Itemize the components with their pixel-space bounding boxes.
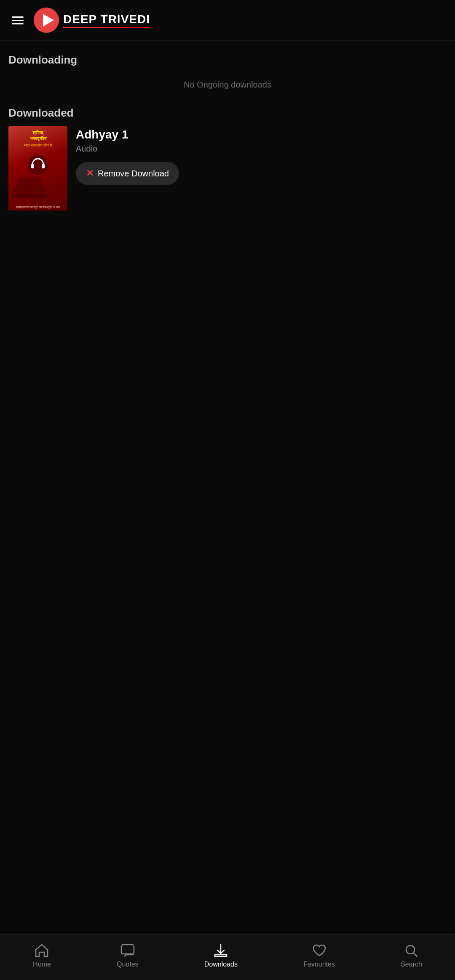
book-description: श्रीमद्भगवद्गीता का संपूर्ण पाठ हिंदी अन… (9, 206, 67, 209)
no-ongoing-text: No Ongoing downloads (8, 73, 447, 102)
book-hindi-subtitle: संपूर्ण भगवद्गीता हिंदी में (24, 144, 52, 148)
logo-underline (63, 27, 150, 28)
downloaded-section: Downloaded श्रीमद्भगवद्गीता संपूर्ण भगवद… (8, 107, 447, 210)
nav-home-label: Home (33, 961, 51, 968)
nav-downloads-label: Downloads (204, 961, 238, 968)
nav-search-label: Search (401, 961, 422, 968)
favourites-icon (312, 943, 327, 958)
nav-home[interactable]: Home (24, 941, 59, 970)
remove-download-button[interactable]: ✕ Remove Download (76, 162, 179, 185)
logo-icon (34, 8, 59, 33)
item-title: Adhyay 1 (76, 128, 447, 141)
book-cover: श्रीमद्भगवद्गीता संपूर्ण भगवद्गीता हिंदी… (8, 126, 67, 210)
downloaded-section-title: Downloaded (8, 107, 447, 120)
nav-favourites-label: Favourites (303, 961, 335, 968)
quotes-icon (120, 943, 135, 958)
search-icon (404, 943, 419, 958)
logo-text: DEEP TRIVEDI (63, 13, 150, 26)
svg-point-8 (406, 945, 415, 954)
svg-rect-6 (42, 164, 45, 168)
svg-rect-5 (31, 164, 34, 168)
nav-quotes-label: Quotes (117, 961, 139, 968)
svg-rect-7 (121, 945, 134, 954)
remove-x-icon: ✕ (86, 168, 94, 179)
nav-quotes[interactable]: Quotes (108, 941, 147, 970)
downloading-section-title: Downloading (8, 53, 447, 67)
svg-point-4 (28, 154, 48, 175)
downloads-icon (213, 943, 228, 958)
menu-button[interactable] (8, 13, 27, 28)
home-icon (34, 943, 49, 958)
downloaded-item: श्रीमद्भगवद्गीता संपूर्ण भगवद्गीता हिंदी… (8, 126, 447, 210)
headphone-icon (27, 154, 49, 176)
nav-favourites[interactable]: Favourites (295, 941, 343, 970)
book-hindi-title: श्रीमद्भगवद्गीता (30, 130, 46, 142)
nav-downloads[interactable]: Downloads (196, 941, 246, 970)
remove-download-label: Remove Download (98, 169, 169, 178)
main-content: Downloading No Ongoing downloads Downloa… (0, 41, 455, 261)
bottom-nav: Home Quotes Downloads Favourites Search (0, 934, 455, 980)
nav-search[interactable]: Search (392, 941, 431, 970)
logo: DEEP TRIVEDI (34, 8, 150, 33)
item-type: Audio (76, 144, 447, 154)
item-details: Adhyay 1 Audio ✕ Remove Download (76, 126, 447, 185)
app-header: DEEP TRIVEDI (0, 0, 455, 41)
